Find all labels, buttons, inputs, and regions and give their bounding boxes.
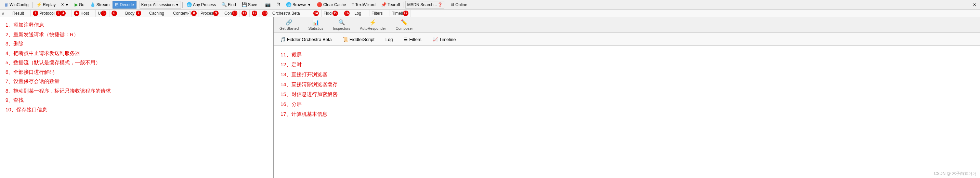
num-badge-12: 12 bbox=[252, 11, 257, 16]
annotation-5: 5、数据流（默认是缓存模式，一般不用） bbox=[5, 58, 267, 67]
right-annotation-3: 13、直接打开浏览器 bbox=[280, 70, 973, 79]
close-button[interactable]: ✕ bbox=[970, 1, 978, 8]
col-url[interactable]: U5 bbox=[96, 10, 110, 17]
decode-label: Decode bbox=[120, 2, 134, 7]
col-fiddler[interactable]: 13 bbox=[260, 10, 270, 17]
timer-button[interactable]: ⏱ bbox=[274, 1, 283, 8]
num-badge-17: 17 bbox=[403, 11, 409, 16]
save-button[interactable]: 💾 Save bbox=[239, 1, 259, 8]
replay-label: Replay bbox=[43, 2, 56, 7]
keep-dropdown[interactable]: Keep: All sessions ▼ bbox=[140, 1, 181, 8]
tab-log[interactable]: Log bbox=[380, 34, 398, 44]
text-wizard-button[interactable]: T TextWizard bbox=[349, 1, 378, 8]
inspectors-icon: 🔍 bbox=[338, 19, 345, 25]
annotation-6: 6、全部接口进行解码 bbox=[5, 68, 267, 76]
col-12[interactable]: 12 bbox=[250, 10, 260, 17]
any-process-button[interactable]: 🌐 Any Process bbox=[184, 1, 218, 8]
tab-fiddler-script[interactable]: 📜 FiddlerScript bbox=[337, 34, 380, 44]
orchestra-icon: 🎵 bbox=[280, 37, 286, 42]
process-icon: 🌐 bbox=[186, 2, 192, 7]
close-icon: ✕ bbox=[973, 2, 976, 7]
tab-autoresponder-label: AutoResponder bbox=[360, 26, 386, 30]
tab-autoresponder[interactable]: ⚡ AutoResponder bbox=[355, 18, 390, 32]
help-icon: ❓ bbox=[438, 2, 442, 7]
go-icon: ▶ bbox=[75, 2, 78, 7]
stream-button[interactable]: 💧 Stream bbox=[88, 1, 112, 8]
col-3[interactable]: 3 bbox=[58, 10, 72, 17]
num-badge-15: 15 bbox=[332, 11, 338, 16]
sep5 bbox=[404, 2, 404, 8]
orchestra-label: Fiddler Orchestra Beta bbox=[287, 37, 332, 42]
annotation-2: 2、重新发送请求（快捷键：R） bbox=[5, 30, 267, 39]
tab-get-started[interactable]: 🔗 Get Started bbox=[275, 18, 303, 32]
replay-button[interactable]: ⚡ Replay bbox=[34, 1, 58, 8]
col-log[interactable]: Log bbox=[352, 10, 369, 16]
decode-button[interactable]: ⊞ Decode bbox=[113, 1, 136, 8]
col-result[interactable]: Result bbox=[10, 10, 31, 16]
any-process-label: Any Process bbox=[193, 2, 216, 7]
clear-cache-button[interactable]: 🔴 Clear Cache bbox=[314, 1, 348, 8]
tab-statistics-label: Statistics bbox=[308, 26, 323, 30]
decode-icon: ⊞ bbox=[115, 2, 119, 7]
left-annotations-container: 1、添加注释信息 2、重新发送请求（快捷键：R） 3、删除 4、把断点中止请求发… bbox=[0, 17, 273, 117]
col-14[interactable]: 14 bbox=[311, 10, 321, 17]
num-badge-14: 14 bbox=[313, 11, 319, 16]
right-annotation-6: 16、分屏 bbox=[280, 99, 973, 109]
x-button[interactable]: X ▼ bbox=[59, 1, 72, 8]
num-badge-7: 7 bbox=[136, 11, 141, 16]
right-panel: 🔗 Get Started 📊 Statistics 🔍 Inspectors … bbox=[274, 17, 980, 178]
col-host[interactable]: 4 Host bbox=[72, 10, 96, 17]
col-timeline[interactable]: Timeli17 bbox=[390, 10, 410, 17]
tab-composer[interactable]: ✏️ Composer bbox=[391, 18, 417, 32]
tab-inspectors[interactable]: 🔍 Inspectors bbox=[328, 18, 355, 32]
col-content-type[interactable]: Content-T8 bbox=[171, 10, 198, 17]
online-button[interactable]: 🖥 Online bbox=[447, 1, 470, 8]
tab-timeline[interactable]: 📈 Timeline bbox=[427, 34, 461, 44]
msdn-search-dropdown[interactable]: MSDN Search... ❓ bbox=[405, 1, 444, 8]
winconfig-button[interactable]: 🖥 WinConfig bbox=[2, 1, 31, 8]
winconfig-icon: 🖥 bbox=[4, 2, 8, 8]
col-body[interactable]: Body 7 bbox=[123, 10, 147, 17]
col-caching[interactable]: Caching bbox=[147, 10, 171, 16]
right-annotation-1: 11、截屏 bbox=[280, 50, 973, 59]
annotation-10: 10、保存接口信息 bbox=[5, 105, 267, 114]
col-11[interactable]: 11 bbox=[239, 10, 250, 17]
annotation-9: 9、查找 bbox=[5, 96, 267, 105]
msdn-search-label: MSDN Search... bbox=[407, 2, 437, 7]
col-hash[interactable]: # bbox=[0, 10, 10, 16]
statistics-icon: 📊 bbox=[312, 19, 319, 25]
col-6[interactable]: 6 bbox=[110, 10, 123, 17]
camera-icon: 📷 bbox=[265, 2, 270, 7]
find-button[interactable]: 🔍 Find bbox=[219, 1, 238, 8]
dropdown-arrow: ▼ bbox=[65, 2, 69, 7]
sep4 bbox=[261, 2, 261, 8]
num-badge-4: 4 bbox=[74, 11, 80, 16]
fiddlerscript-icon: 📜 bbox=[343, 37, 348, 42]
right-annotation-2: 12、定时 bbox=[280, 60, 973, 69]
tab-filters[interactable]: ☰ Filters bbox=[398, 34, 426, 44]
right-content: 11、截屏 12、定时 13、直接打开浏览器 14、直接清除浏览器缓存 15、对… bbox=[274, 46, 980, 178]
num-badge-11: 11 bbox=[242, 11, 247, 16]
tab-statistics[interactable]: 📊 Statistics bbox=[304, 18, 328, 32]
num-badge-16: 16 bbox=[344, 11, 350, 16]
screenshot-button[interactable]: 📷 bbox=[263, 1, 273, 8]
go-button[interactable]: ▶ Go bbox=[72, 1, 87, 8]
col-orchestra[interactable]: Orchestra Beta bbox=[270, 10, 311, 16]
main-toolbar: 🖥 WinConfig ⚡ Replay X ▼ ▶ Go 💧 Stream ⊞… bbox=[0, 0, 980, 10]
tearoff-button[interactable]: 📌 Tearoff bbox=[379, 1, 402, 8]
col-fiddler-script[interactable]: Fiddl15 bbox=[321, 10, 342, 17]
composer-icon: ✏️ bbox=[401, 19, 408, 25]
browse-label: Browse bbox=[293, 2, 306, 7]
col-filters[interactable]: Filters bbox=[369, 10, 390, 16]
annotation-1: 1、添加注释信息 bbox=[5, 21, 267, 29]
col-protocol[interactable]: 1 Protocol 2 bbox=[31, 10, 58, 17]
col-con[interactable]: Con10 bbox=[222, 10, 239, 17]
tab-orchestra-beta[interactable]: 🎵 Fiddler Orchestra Beta bbox=[275, 34, 337, 44]
go-label: Go bbox=[79, 2, 84, 7]
tab-inspectors-label: Inspectors bbox=[333, 26, 350, 30]
save-icon: 💾 bbox=[242, 2, 247, 7]
col-16[interactable]: 16 bbox=[342, 10, 352, 17]
browse-button[interactable]: 🌐 Browse ▼ bbox=[283, 1, 313, 8]
col-process[interactable]: Proces9 bbox=[198, 10, 222, 17]
timer-icon: ⏱ bbox=[276, 2, 280, 7]
